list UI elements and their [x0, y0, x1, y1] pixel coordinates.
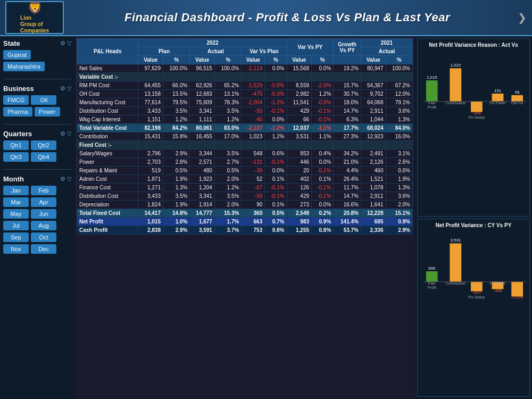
- cell-4-4: -2,004: [242, 98, 265, 107]
- month-nov-btn[interactable]: Nov: [3, 244, 29, 254]
- chart2-bar-planprofit: [426, 271, 438, 282]
- cell-6-4: -40: [242, 115, 265, 124]
- month-jul-btn[interactable]: Jul: [3, 221, 29, 230]
- cell-13-6: 402: [287, 175, 312, 184]
- cell-0-0: 97,629: [138, 64, 163, 73]
- month-oct-btn[interactable]: Oct: [31, 232, 56, 242]
- th-plan-val: Value: [138, 56, 163, 64]
- row-label-11: Power: [77, 158, 138, 167]
- quarters-settings-icon[interactable]: ⚙: [60, 130, 65, 137]
- cell-9-1: [163, 141, 190, 149]
- business-oil-btn[interactable]: Oil: [31, 95, 56, 105]
- state-filter-header: State ⚙ ▽: [3, 39, 71, 47]
- month-sep-btn[interactable]: Sep: [3, 232, 29, 242]
- cell-2-1: 66.0%: [163, 81, 190, 90]
- cell-18-3: 1.7%: [214, 218, 241, 226]
- data-charts-row: P&L Heads 2022 Var Vs PY GrowthVs PY 202…: [74, 36, 532, 399]
- cell-4-10: 79.1%: [386, 98, 413, 107]
- cell-16-4: 90: [242, 201, 265, 209]
- cell-12-8: 4.4%: [334, 167, 361, 175]
- cell-12-6: 20: [287, 167, 312, 175]
- cell-18-5: 0.7%: [265, 218, 287, 226]
- cell-17-10: 15.1%: [386, 209, 413, 218]
- th-vplan-pct: %: [265, 56, 287, 64]
- header: 🦁 Lion Group of Companies Financial Dash…: [0, 0, 532, 36]
- cell-16-7: 0.0%: [312, 201, 334, 209]
- cell-11-6: 446: [287, 158, 312, 167]
- cell-19-8: 53.7%: [334, 226, 361, 235]
- cell-19-1: 2.9%: [163, 226, 190, 235]
- qtr4-btn[interactable]: Qtr4: [31, 152, 56, 162]
- business-filter-icons: ⚙ ▽: [60, 85, 71, 92]
- row-label-2: RM PM Cost: [77, 81, 138, 90]
- state-settings-icon[interactable]: ⚙: [60, 40, 65, 47]
- qtr3-btn[interactable]: Qtr3: [3, 152, 29, 162]
- cell-13-0: 1,871: [138, 175, 163, 184]
- state-filter-icon[interactable]: ▽: [67, 40, 71, 47]
- month-jun-btn[interactable]: Jun: [31, 209, 56, 219]
- cell-9-10: [386, 141, 413, 149]
- cell-18-7: 0.9%: [312, 218, 334, 226]
- state-gujarat-btn[interactable]: Gujarat: [3, 50, 31, 60]
- cell-12-10: 0.6%: [386, 167, 413, 175]
- month-settings-icon[interactable]: ⚙: [60, 176, 65, 182]
- business-filter-icon[interactable]: ▽: [67, 85, 71, 92]
- state-filter: State ⚙ ▽ Gujarat Maharashtra: [3, 39, 71, 71]
- cell-4-8: 18.0%: [334, 98, 361, 107]
- qtr2-btn[interactable]: Qtr2: [31, 140, 56, 150]
- cell-9-8: [334, 141, 361, 149]
- month-apr-btn[interactable]: Apr: [31, 197, 56, 207]
- row-label-13: Admin Cost: [77, 175, 138, 184]
- cell-10-6: 853: [287, 149, 312, 158]
- nav-icon[interactable]: ❯: [511, 11, 527, 24]
- cell-17-0: 14,417: [138, 209, 163, 218]
- cell-9-0: [138, 141, 163, 149]
- month-may-btn[interactable]: May: [3, 209, 29, 219]
- cell-19-6: 1,255: [287, 226, 312, 235]
- month-jan-btn[interactable]: Jan: [3, 186, 29, 195]
- cell-5-7: -0.1%: [312, 107, 334, 115]
- cell-7-1: 84.2%: [163, 124, 190, 132]
- chart1-bar-fixpower: [492, 94, 504, 102]
- month-mar-btn[interactable]: Mar: [3, 197, 29, 207]
- month-filter-header: Month ⚙ ▽: [3, 175, 71, 183]
- cell-16-10: 2.0%: [386, 201, 413, 209]
- th-vplan-val: Value: [242, 56, 265, 64]
- cell-7-4: -2,137: [242, 124, 265, 132]
- quarters-label: Quarters: [3, 130, 32, 138]
- business-fmcg-btn[interactable]: FMCG: [3, 95, 29, 105]
- business-settings-icon[interactable]: ⚙: [60, 85, 65, 92]
- row-label-4: Manufacturing Cost: [77, 98, 138, 107]
- cell-16-8: 16.6%: [334, 201, 361, 209]
- month-filter-icon[interactable]: ▽: [67, 176, 71, 182]
- month-feb-btn[interactable]: Feb: [31, 186, 56, 195]
- cell-7-9: 68,024: [361, 124, 386, 132]
- business-pharma-btn[interactable]: Pharma: [3, 107, 32, 117]
- cell-19-4: 753: [242, 226, 265, 235]
- month-dec-btn[interactable]: Dec: [31, 244, 56, 254]
- cell-9-3: [214, 141, 241, 149]
- cell-3-5: -0.3%: [265, 90, 287, 98]
- state-buttons: Gujarat Maharashtra: [3, 50, 71, 71]
- cell-18-0: 1,015: [138, 218, 163, 226]
- qtr1-btn[interactable]: Qtr1: [3, 140, 29, 150]
- quarters-filter-icon[interactable]: ▽: [67, 130, 71, 137]
- cell-19-0: 2,838: [138, 226, 163, 235]
- cell-9-5: [265, 141, 287, 149]
- cell-19-2: 3,591: [190, 226, 215, 235]
- cell-18-8: 141.4%: [334, 218, 361, 226]
- table-section: P&L Heads 2022 Var Vs PY GrowthVs PY 202…: [74, 36, 415, 399]
- cell-3-1: 13.5%: [163, 90, 190, 98]
- cell-2-6: 8,559: [287, 81, 312, 90]
- state-maharashtra-btn[interactable]: Maharashtra: [3, 62, 45, 71]
- th-actual-val: Value: [190, 56, 215, 64]
- cell-17-1: 14.8%: [163, 209, 190, 218]
- business-power-btn[interactable]: Power: [35, 107, 60, 117]
- chart1-bar-planprofit: [426, 80, 438, 102]
- month-aug-btn[interactable]: Aug: [31, 221, 56, 230]
- chart2-xlabel-fixsalary: Fix Salary: [469, 295, 485, 300]
- chart1-label-othfix: 56: [515, 90, 520, 95]
- th-2021-val: Value: [361, 56, 386, 64]
- chart2-bar-contribution: [450, 243, 461, 281]
- quarters-filter-header: Quarters ⚙ ▽: [3, 130, 71, 138]
